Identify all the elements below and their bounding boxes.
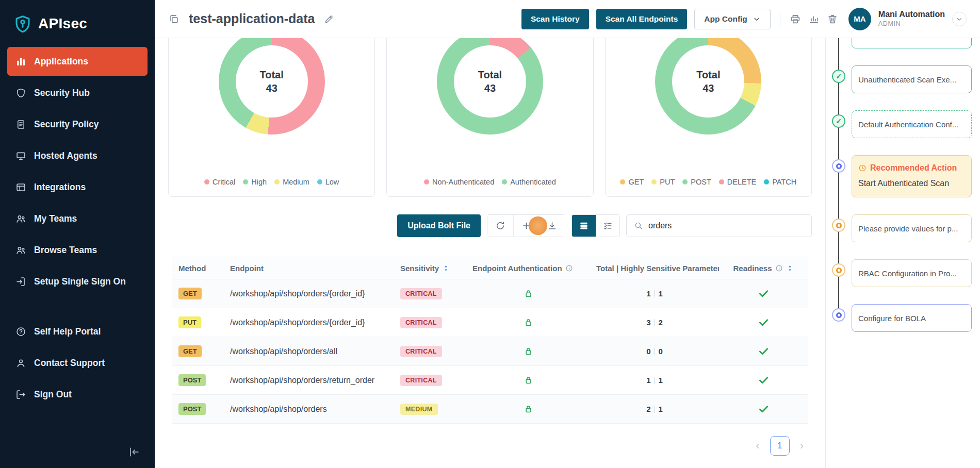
app-config-button[interactable]: App Config <box>694 9 771 29</box>
sidebar-item-security-policy[interactable]: Security Policy <box>7 110 148 139</box>
sensitivity-cell: CRITICAL <box>394 317 466 328</box>
table-view-button[interactable] <box>572 215 596 237</box>
chart-card-authentication-distribution: Total 43 Non-AuthenticatedAuthenticated <box>386 38 593 197</box>
sidebar-item-label: Setup Single Sign On <box>34 276 126 287</box>
search-input[interactable] <box>648 221 804 230</box>
column-label: Method <box>178 264 206 273</box>
upload-bolt-file-button[interactable]: Upload Bolt File <box>397 214 481 237</box>
timeline-card[interactable]: Please provide values for p... <box>852 214 972 242</box>
timeline-card-text: Default Authentication Conf... <box>858 120 958 129</box>
policy-icon <box>15 119 26 130</box>
recommended-action-title: Recommended Action <box>870 163 957 173</box>
params-cell: 11 <box>590 376 719 385</box>
column-header-sensitivity[interactable]: Sensitivity <box>394 264 466 273</box>
column-header-endpoint-authentication: Endpoint Authentication <box>466 264 590 273</box>
donut-chart: Total 43 <box>437 38 543 135</box>
sidebar-item-browse-teams[interactable]: Browse Teams <box>7 236 148 264</box>
scan-all-endpoints-button[interactable]: Scan All Endpoints <box>596 9 688 29</box>
recommended-action-text: Start Authenticated Scan <box>858 178 965 189</box>
column-header-readiness[interactable]: Readiness <box>719 264 808 273</box>
brand-logo: APIsec <box>0 0 155 41</box>
lock-icon <box>524 404 533 414</box>
legend-dot <box>502 179 507 185</box>
chart-legend: Non-AuthenticatedAuthenticated <box>424 178 556 186</box>
sidebar-item-sign-out[interactable]: Sign Out <box>7 380 148 409</box>
table-row[interactable]: POST /workshop/api/shop/orders MEDIUM 21 <box>172 395 808 424</box>
method-cell: GET <box>172 288 224 299</box>
shield-icon <box>15 88 26 98</box>
page-number[interactable]: 1 <box>770 436 790 456</box>
params-divider <box>655 377 655 384</box>
trash-icon[interactable] <box>827 13 838 25</box>
donut-center-value: 43 <box>266 82 277 94</box>
chart-legend: CriticalHighMediumLow <box>204 178 339 186</box>
signout-icon <box>15 389 26 400</box>
agents-icon <box>15 151 26 161</box>
auth-cell <box>466 346 590 356</box>
collapse-sidebar-button[interactable] <box>127 445 140 459</box>
list-view-button[interactable] <box>596 215 619 237</box>
method-badge: GET <box>178 345 202 357</box>
method-badge: GET <box>178 288 202 299</box>
next-page-button[interactable]: › <box>800 440 804 452</box>
table-row[interactable]: POST /workshop/api/shop/orders/return_or… <box>172 366 808 395</box>
table-row[interactable]: PUT /workshop/api/shop/orders/{order_id}… <box>172 308 808 337</box>
sidebar-item-contact-support[interactable]: Contact Support <box>7 348 148 377</box>
sidebar-nav: ApplicationsSecurity HubSecurity PolicyH… <box>0 44 155 298</box>
check-circle-icon: ✓ <box>832 114 845 128</box>
sort-icon[interactable] <box>442 264 450 272</box>
endpoints-table: MethodEndpointSensitivityEndpoint Authen… <box>172 257 808 424</box>
scan-history-button[interactable]: Scan History <box>521 9 589 29</box>
sidebar-item-applications[interactable]: Applications <box>7 47 148 76</box>
user-menu-chevron-icon[interactable] <box>952 12 967 26</box>
legend-item-low: Low <box>317 178 339 186</box>
edit-title-icon[interactable] <box>324 14 334 24</box>
chevron-down-icon <box>753 15 761 23</box>
params-sensitive: 1 <box>659 376 663 385</box>
clock-icon <box>858 164 867 172</box>
sensitivity-badge: CRITICAL <box>400 288 442 299</box>
avatar[interactable]: MA <box>848 8 871 30</box>
column-header-total-highly-sensitive-parameters: Total | Highly Sensitive Parameters <box>590 264 719 273</box>
timeline-card[interactable]: Default Authentication Conf... <box>852 110 972 138</box>
sidebar-nav-secondary: Self Help PortalContact SupportSign Out <box>0 308 155 411</box>
table-row[interactable]: GET /workshop/api/shop/orders/all CRITIC… <box>172 337 808 366</box>
download-button[interactable] <box>539 215 565 237</box>
refresh-button[interactable] <box>487 215 513 237</box>
sidebar-item-security-hub[interactable]: Security Hub <box>7 78 148 107</box>
table-row[interactable]: GET /workshop/api/shop/orders/{order_id}… <box>172 279 808 308</box>
timeline-items: ✓Unauthenticated Scan Exe...✓Default Aut… <box>852 38 972 332</box>
report-chart-icon[interactable] <box>808 13 820 25</box>
sidebar-item-my-teams[interactable]: My Teams <box>7 204 148 233</box>
readiness-check-icon <box>758 345 770 357</box>
add-endpoint-button[interactable] <box>513 215 539 237</box>
recommended-action-card[interactable]: Recommended Action Start Authenticated S… <box>852 155 972 197</box>
readiness-check-icon <box>758 374 770 386</box>
readiness-cell <box>719 374 808 386</box>
timeline-card[interactable]: Unauthenticated Scan Exe... <box>852 65 972 93</box>
page-title: test-application-data <box>189 11 315 26</box>
chart-cards-row: Total 43 CriticalHighMediumLow Total 43 … <box>168 38 812 197</box>
prev-page-button[interactable]: ‹ <box>756 440 759 452</box>
printer-icon[interactable] <box>790 13 801 25</box>
copy-icon[interactable] <box>168 13 179 25</box>
sidebar-item-setup-single-sign-on[interactable]: Setup Single Sign On <box>7 267 148 296</box>
sidebar-item-integrations[interactable]: Integrations <box>7 173 148 202</box>
sidebar-item-label: Integrations <box>34 182 86 193</box>
auth-cell <box>466 317 590 327</box>
info-icon <box>775 264 783 272</box>
timeline-card[interactable]: RBAC Configuration in Pro... <box>852 259 972 287</box>
method-cell: PUT <box>172 316 224 328</box>
params-cell: 32 <box>590 318 719 327</box>
sidebar-item-self-help-portal[interactable]: Self Help Portal <box>7 317 148 346</box>
column-header-method: Method <box>172 264 224 273</box>
sidebar-item-label: Security Policy <box>34 119 99 130</box>
timeline-card[interactable]: Configure for BOLA <box>852 304 972 332</box>
sidebar-item-hosted-agents[interactable]: Hosted Agents <box>7 141 148 170</box>
pending-circle-icon <box>832 263 845 277</box>
donut-center-label: Total <box>696 69 720 81</box>
sort-icon[interactable] <box>786 264 794 272</box>
params-total: 3 <box>646 318 650 327</box>
donut-center-label: Total <box>260 69 284 81</box>
chart-card-method-distribution: Total 43 GETPUTPOSTDELETEPATCH <box>605 38 812 197</box>
